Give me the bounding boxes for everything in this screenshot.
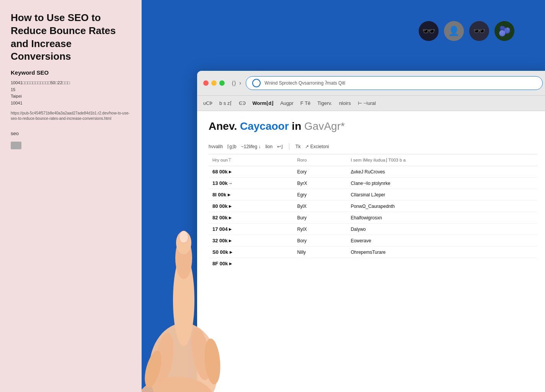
page-title-part2: Caycaoor [240,120,289,132]
table-row: S0 00k ▸ Nilly OhrepemsTurare [209,247,537,258]
cell-col3-1: CIane⊣lo ptolynrke [347,178,537,189]
address-bar[interactable]: Wnind Sprotech Qvsarroning ʔmats Qitl [246,76,543,90]
cell-col1-7: S0 00k ▸ [209,247,293,258]
svg-point-9 [142,349,165,389]
table-row: 32 00k ▸ Bory Eowerave [209,235,537,247]
table-toolbar: hνvalih ⌈g⌋b ~12lifeg ↓ lion ↩⌋ Tk ↗ Exc… [209,139,537,154]
tab-bar: υϹϷ b s z⌈ ϾϿ Worm⌊d⌋ Augpr F Tē Tigerv.… [197,96,545,111]
table-row: 8I 00k ▸ Egry CIlarsinal LJeper [209,189,537,201]
traffic-light-green[interactable] [219,80,225,86]
tab-5[interactable]: F Tē [300,99,311,108]
address-circle-icon [252,79,261,87]
svg-point-3 [175,237,192,279]
cell-col1-4: 82 00k ▸ [209,212,293,224]
svg-point-4 [176,231,191,254]
cell-col2-1: ByrΧ [293,178,347,189]
cell-col2-5: RylΧ [293,224,347,235]
cell-col2-8 [293,258,347,270]
toolbar-item-4[interactable]: ↩⌋ [277,144,283,149]
page-title-part1: Anev. [209,120,240,132]
cell-col3-2: CIlarsinal LJeper [347,189,537,201]
traffic-light-red[interactable] [203,80,209,86]
cell-col3-7: OhrepemsTurare [347,247,537,258]
table-header-row: Hry oun⊤ Roro I sem IMey iludua⌋ T003 b … [209,154,537,166]
browser-window: ⟨⟩ › Wnind Sprotech Qvsarroning ʔmats Qi… [197,71,545,392]
svg-point-2 [173,254,194,346]
tab-4[interactable]: Augpr [280,99,294,108]
cell-col1-2: 8I 00k ▸ [209,189,293,201]
browser-nav: ⟨⟩ › [232,80,241,87]
svg-point-5 [179,231,188,243]
table-row: 8F 00k ▸ [209,258,537,270]
table-row: 13 00k→ ByrΧ CIane⊣lo ptolynrke [209,178,537,189]
svg-point-8 [153,332,176,384]
traffic-light-yellow[interactable] [211,80,217,86]
nav-forward[interactable]: › [239,80,241,87]
cell-col1-5: 17 004 ▸ [209,224,293,235]
toolbar-item-3[interactable]: lion [265,144,272,149]
tag-label: seo [11,131,131,136]
article-title: How to Use SEO to Reduce Bounce Rates an… [11,11,131,63]
cell-col3-8 [347,258,537,270]
table-row: 80 00k ▸ BylΧ PonwΩ_Caurapednth [209,201,537,212]
tab-8[interactable]: ⊢ ⊣ural [358,99,376,108]
tab-7[interactable]: nloirs [339,99,351,108]
cell-col2-4: Bury [293,212,347,224]
tab-2[interactable]: ϾϿ [239,99,246,108]
toolbar-item-6[interactable]: ↗ Excietoni [305,144,329,149]
icon-1[interactable]: 🕶️ [419,21,439,41]
table-row: 68 00k ▸ Eory ΔvkeJ RuCroves [209,166,537,178]
page-title-part3: in [289,120,304,132]
tab-1[interactable]: b s z⌈ [219,99,232,108]
keyword-label: Keyword SEO [11,69,131,76]
tab-6[interactable]: Tigerv. [317,99,332,108]
tab-0[interactable]: υϹϷ [203,99,212,108]
cell-col2-6: Bory [293,235,347,247]
tag-box [11,142,21,149]
nav-back[interactable]: ⟨⟩ [232,80,236,87]
traffic-lights [203,80,225,86]
cell-col1-3: 80 00k ▸ [209,201,293,212]
toolbar-item-0[interactable]: hνvalih [209,144,223,149]
cell-col1-8: 8F 00k ▸ [209,258,293,270]
meta-text: 10041□□□□□□□□□□□50□22□□□ 15 Taipei 10041 [11,80,131,106]
col-header-0: Hry oun⊤ [209,154,293,166]
col-header-2: I sem IMey iludua⌋ T003 b a [347,154,537,166]
cell-col3-6: Eowerave [347,235,537,247]
icon-2[interactable]: 👤 [444,21,464,41]
icon-3[interactable]: 🕶️ [469,21,489,41]
data-table: Hry oun⊤ Roro I sem IMey iludua⌋ T003 b … [209,154,537,269]
cell-col2-3: BylΧ [293,201,347,212]
tab-3[interactable]: Worm⌊d⌋ [253,99,274,108]
toolbar-item-5[interactable]: Tk [295,144,300,149]
cell-col2-2: Egry [293,189,347,201]
browser-chrome: ⟨⟩ › Wnind Sprotech Qvsarroning ʔmats Qi… [197,71,545,96]
cell-col2-7: Nilly [293,247,347,258]
url-text: https://pub-5c454f571b8e40a3a2aad27ade84… [11,111,131,121]
toolbar-item-1[interactable]: ⌈g⌋b [227,144,236,149]
cell-col3-4: Ehalfowigrosxn [347,212,537,224]
cell-col3-5: Dalywo [347,224,537,235]
cell-col3-0: ΔvkeJ RuCroves [347,166,537,178]
page-title-part4: GavAgr* [304,120,345,132]
cell-col2-0: Eory [293,166,347,178]
cell-col1-6: 32 00k ▸ [209,235,293,247]
left-panel: How to Use SEO to Reduce Bounce Rates an… [0,0,142,392]
cell-col3-3: PonwΩ_Caurapednth [347,201,537,212]
toolbar-item-2[interactable]: ~12lifeg ↓ [241,144,261,149]
cell-col1-1: 13 00k→ [209,178,293,189]
address-text: Wnind Sprotech Qvsarroning ʔmats Qitl [264,80,345,86]
table-row: 82 00k ▸ Bury Ehalfowigrosxn [209,212,537,224]
icon-4[interactable]: 🫐 [494,21,514,41]
table-row: 17 004 ▸ RylΧ Dalywo [209,224,537,235]
page-title: Anev. Caycaoor in GavAgr* [209,120,537,132]
cell-col1-0: 68 00k ▸ [209,166,293,178]
page-content: Anev. Caycaoor in GavAgr* hνvalih ⌈g⌋b ~… [197,111,545,392]
right-panel: 🕶️ 👤 🕶️ 🫐 ⟨⟩ › Wnind Sprote [142,0,545,392]
toolbar-divider [289,143,289,150]
col-header-1: Roro [293,154,347,166]
top-icons-area: 🕶️ 👤 🕶️ 🫐 [419,21,514,41]
page-title-area: Anev. Caycaoor in GavAgr* [209,120,537,132]
